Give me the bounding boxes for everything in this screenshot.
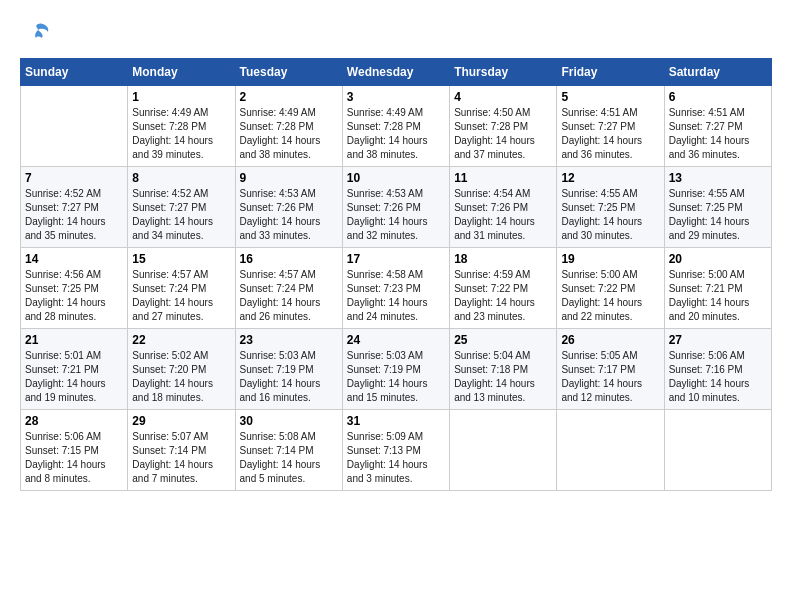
calendar-cell: 7Sunrise: 4:52 AMSunset: 7:27 PMDaylight… [21, 167, 128, 248]
calendar-cell: 27Sunrise: 5:06 AMSunset: 7:16 PMDayligh… [664, 329, 771, 410]
calendar-cell: 24Sunrise: 5:03 AMSunset: 7:19 PMDayligh… [342, 329, 449, 410]
day-number: 18 [454, 252, 552, 266]
calendar-cell: 1Sunrise: 4:49 AMSunset: 7:28 PMDaylight… [128, 86, 235, 167]
day-number: 12 [561, 171, 659, 185]
calendar-cell [21, 86, 128, 167]
day-info: Sunrise: 4:54 AMSunset: 7:26 PMDaylight:… [454, 187, 552, 243]
calendar-cell: 26Sunrise: 5:05 AMSunset: 7:17 PMDayligh… [557, 329, 664, 410]
calendar-cell: 31Sunrise: 5:09 AMSunset: 7:13 PMDayligh… [342, 410, 449, 491]
calendar-cell: 14Sunrise: 4:56 AMSunset: 7:25 PMDayligh… [21, 248, 128, 329]
logo-bird-icon [24, 20, 52, 48]
day-info: Sunrise: 4:49 AMSunset: 7:28 PMDaylight:… [240, 106, 338, 162]
day-number: 30 [240, 414, 338, 428]
calendar-cell: 3Sunrise: 4:49 AMSunset: 7:28 PMDaylight… [342, 86, 449, 167]
day-number: 7 [25, 171, 123, 185]
day-info: Sunrise: 4:56 AMSunset: 7:25 PMDaylight:… [25, 268, 123, 324]
day-number: 19 [561, 252, 659, 266]
day-info: Sunrise: 5:06 AMSunset: 7:15 PMDaylight:… [25, 430, 123, 486]
day-number: 3 [347, 90, 445, 104]
day-info: Sunrise: 4:49 AMSunset: 7:28 PMDaylight:… [132, 106, 230, 162]
column-header-thursday: Thursday [450, 59, 557, 86]
day-number: 14 [25, 252, 123, 266]
day-info: Sunrise: 4:55 AMSunset: 7:25 PMDaylight:… [669, 187, 767, 243]
column-header-tuesday: Tuesday [235, 59, 342, 86]
column-header-sunday: Sunday [21, 59, 128, 86]
day-number: 23 [240, 333, 338, 347]
day-info: Sunrise: 4:59 AMSunset: 7:22 PMDaylight:… [454, 268, 552, 324]
calendar-week-row: 28Sunrise: 5:06 AMSunset: 7:15 PMDayligh… [21, 410, 772, 491]
calendar-cell: 6Sunrise: 4:51 AMSunset: 7:27 PMDaylight… [664, 86, 771, 167]
page-header [20, 20, 772, 48]
day-info: Sunrise: 4:51 AMSunset: 7:27 PMDaylight:… [561, 106, 659, 162]
calendar-cell: 28Sunrise: 5:06 AMSunset: 7:15 PMDayligh… [21, 410, 128, 491]
calendar-cell: 4Sunrise: 4:50 AMSunset: 7:28 PMDaylight… [450, 86, 557, 167]
day-number: 24 [347, 333, 445, 347]
calendar-cell: 11Sunrise: 4:54 AMSunset: 7:26 PMDayligh… [450, 167, 557, 248]
column-header-wednesday: Wednesday [342, 59, 449, 86]
day-number: 16 [240, 252, 338, 266]
calendar-cell: 22Sunrise: 5:02 AMSunset: 7:20 PMDayligh… [128, 329, 235, 410]
calendar-header-row: SundayMondayTuesdayWednesdayThursdayFrid… [21, 59, 772, 86]
column-header-monday: Monday [128, 59, 235, 86]
day-info: Sunrise: 5:02 AMSunset: 7:20 PMDaylight:… [132, 349, 230, 405]
calendar-cell: 15Sunrise: 4:57 AMSunset: 7:24 PMDayligh… [128, 248, 235, 329]
day-info: Sunrise: 4:53 AMSunset: 7:26 PMDaylight:… [347, 187, 445, 243]
day-info: Sunrise: 5:04 AMSunset: 7:18 PMDaylight:… [454, 349, 552, 405]
day-info: Sunrise: 5:08 AMSunset: 7:14 PMDaylight:… [240, 430, 338, 486]
calendar-cell: 17Sunrise: 4:58 AMSunset: 7:23 PMDayligh… [342, 248, 449, 329]
day-number: 26 [561, 333, 659, 347]
day-number: 10 [347, 171, 445, 185]
day-info: Sunrise: 5:00 AMSunset: 7:21 PMDaylight:… [669, 268, 767, 324]
day-number: 21 [25, 333, 123, 347]
calendar-cell: 10Sunrise: 4:53 AMSunset: 7:26 PMDayligh… [342, 167, 449, 248]
day-info: Sunrise: 5:00 AMSunset: 7:22 PMDaylight:… [561, 268, 659, 324]
calendar-cell: 13Sunrise: 4:55 AMSunset: 7:25 PMDayligh… [664, 167, 771, 248]
column-header-friday: Friday [557, 59, 664, 86]
calendar-cell: 2Sunrise: 4:49 AMSunset: 7:28 PMDaylight… [235, 86, 342, 167]
calendar-week-row: 14Sunrise: 4:56 AMSunset: 7:25 PMDayligh… [21, 248, 772, 329]
calendar-cell: 29Sunrise: 5:07 AMSunset: 7:14 PMDayligh… [128, 410, 235, 491]
calendar-cell: 20Sunrise: 5:00 AMSunset: 7:21 PMDayligh… [664, 248, 771, 329]
calendar-cell: 19Sunrise: 5:00 AMSunset: 7:22 PMDayligh… [557, 248, 664, 329]
day-info: Sunrise: 5:03 AMSunset: 7:19 PMDaylight:… [240, 349, 338, 405]
day-number: 31 [347, 414, 445, 428]
day-number: 27 [669, 333, 767, 347]
day-info: Sunrise: 4:58 AMSunset: 7:23 PMDaylight:… [347, 268, 445, 324]
calendar-cell: 21Sunrise: 5:01 AMSunset: 7:21 PMDayligh… [21, 329, 128, 410]
calendar-cell: 5Sunrise: 4:51 AMSunset: 7:27 PMDaylight… [557, 86, 664, 167]
day-number: 25 [454, 333, 552, 347]
day-number: 2 [240, 90, 338, 104]
day-info: Sunrise: 5:03 AMSunset: 7:19 PMDaylight:… [347, 349, 445, 405]
day-info: Sunrise: 4:53 AMSunset: 7:26 PMDaylight:… [240, 187, 338, 243]
logo [20, 20, 52, 48]
day-number: 11 [454, 171, 552, 185]
day-number: 17 [347, 252, 445, 266]
calendar-cell: 23Sunrise: 5:03 AMSunset: 7:19 PMDayligh… [235, 329, 342, 410]
calendar-week-row: 21Sunrise: 5:01 AMSunset: 7:21 PMDayligh… [21, 329, 772, 410]
day-info: Sunrise: 5:06 AMSunset: 7:16 PMDaylight:… [669, 349, 767, 405]
calendar-cell: 18Sunrise: 4:59 AMSunset: 7:22 PMDayligh… [450, 248, 557, 329]
day-number: 20 [669, 252, 767, 266]
calendar-cell: 12Sunrise: 4:55 AMSunset: 7:25 PMDayligh… [557, 167, 664, 248]
day-number: 4 [454, 90, 552, 104]
day-info: Sunrise: 4:49 AMSunset: 7:28 PMDaylight:… [347, 106, 445, 162]
day-info: Sunrise: 4:57 AMSunset: 7:24 PMDaylight:… [132, 268, 230, 324]
day-info: Sunrise: 4:51 AMSunset: 7:27 PMDaylight:… [669, 106, 767, 162]
day-info: Sunrise: 4:52 AMSunset: 7:27 PMDaylight:… [132, 187, 230, 243]
calendar-cell [664, 410, 771, 491]
day-info: Sunrise: 5:07 AMSunset: 7:14 PMDaylight:… [132, 430, 230, 486]
day-number: 5 [561, 90, 659, 104]
day-info: Sunrise: 4:55 AMSunset: 7:25 PMDaylight:… [561, 187, 659, 243]
day-number: 9 [240, 171, 338, 185]
day-number: 6 [669, 90, 767, 104]
calendar-week-row: 1Sunrise: 4:49 AMSunset: 7:28 PMDaylight… [21, 86, 772, 167]
calendar-cell: 16Sunrise: 4:57 AMSunset: 7:24 PMDayligh… [235, 248, 342, 329]
day-info: Sunrise: 5:01 AMSunset: 7:21 PMDaylight:… [25, 349, 123, 405]
column-header-saturday: Saturday [664, 59, 771, 86]
day-number: 15 [132, 252, 230, 266]
day-number: 28 [25, 414, 123, 428]
calendar-cell [450, 410, 557, 491]
calendar-week-row: 7Sunrise: 4:52 AMSunset: 7:27 PMDaylight… [21, 167, 772, 248]
calendar-cell: 8Sunrise: 4:52 AMSunset: 7:27 PMDaylight… [128, 167, 235, 248]
calendar-cell: 9Sunrise: 4:53 AMSunset: 7:26 PMDaylight… [235, 167, 342, 248]
